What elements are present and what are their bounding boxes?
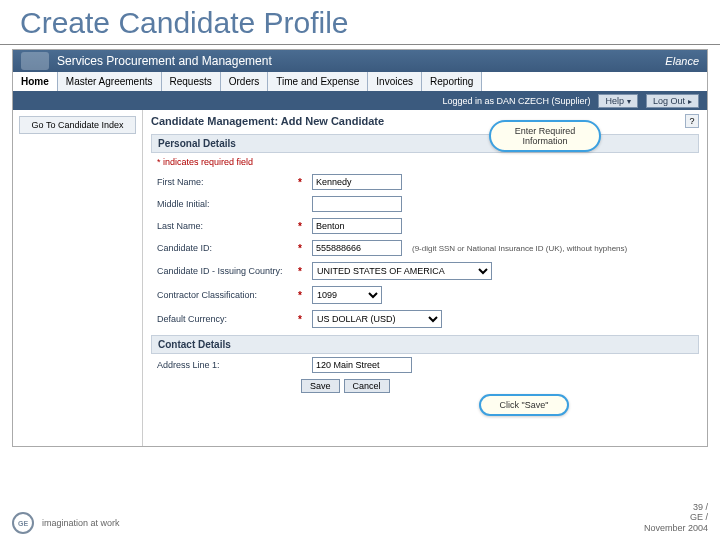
label-first-name: First Name: [157,177,292,187]
address1-input[interactable] [312,357,412,373]
logged-in-text: Logged in as DAN CZECH (Supplier) [442,96,590,106]
label-currency: Default Currency: [157,314,292,324]
brand-logo: Elance [665,55,699,67]
help-button[interactable]: Help▾ [598,94,638,108]
candidate-id-input[interactable] [312,240,402,256]
label-candidate-id: Candidate ID: [157,243,292,253]
asterisk-icon: * [298,221,306,232]
page-title: Candidate Management: Add New Candidate [151,115,384,127]
footer-org: GE / [644,512,708,523]
logout-button[interactable]: Log Out▸ [646,94,699,108]
main-panel: Candidate Management: Add New Candidate … [143,110,707,446]
cancel-button[interactable]: Cancel [344,379,390,393]
section-personal-details: Personal Details [151,134,699,153]
tab-orders[interactable]: Orders [221,72,269,91]
help-icon[interactable]: ? [685,114,699,128]
label-classification: Contractor Classification: [157,290,292,300]
sidebar-back-link[interactable]: Go To Candidate Index [19,116,136,134]
app-title: Services Procurement and Management [57,54,272,68]
save-button[interactable]: Save [301,379,340,393]
classification-select[interactable]: 1099 [312,286,382,304]
app-header: Services Procurement and Management Elan… [13,50,707,72]
header-graphic [21,52,49,70]
asterisk-icon: * [298,243,306,254]
tab-home[interactable]: Home [13,72,58,91]
middle-initial-input[interactable] [312,196,402,212]
app-window: Services Procurement and Management Elan… [12,49,708,447]
asterisk-icon: * [298,290,306,301]
ge-logo-icon: GE [12,512,34,534]
nav-tabs: Home Master Agreements Requests Orders T… [13,72,707,92]
callout-enter-info: Enter Required Information [489,120,601,152]
candidate-id-hint: (9-digit SSN or National Insurance ID (U… [412,244,627,253]
asterisk-icon: * [298,314,306,325]
footer-page: 39 / [644,502,708,513]
sidebar: Go To Candidate Index [13,110,143,446]
issuing-country-select[interactable]: UNITED STATES OF AMERICA [312,262,492,280]
slide-title: Create Candidate Profile [0,0,720,45]
callout-click-save: Click "Save" [479,394,569,416]
label-last-name: Last Name: [157,221,292,231]
required-note: * indicates required field [151,153,699,171]
currency-select[interactable]: US DOLLAR (USD) [312,310,442,328]
tab-time-expense[interactable]: Time and Expense [268,72,368,91]
last-name-input[interactable] [312,218,402,234]
asterisk-icon: * [298,177,306,188]
footer-date: November 2004 [644,523,708,534]
footer-tagline: imagination at work [42,518,120,528]
tab-requests[interactable]: Requests [162,72,221,91]
section-contact-details: Contact Details [151,335,699,354]
tab-invoices[interactable]: Invoices [368,72,422,91]
label-middle-initial: Middle Initial: [157,199,292,209]
chevron-down-icon: ▾ [627,97,631,106]
label-issuing-country: Candidate ID - Issuing Country: [157,266,292,276]
label-address1: Address Line 1: [157,360,292,370]
chevron-right-icon: ▸ [688,97,692,106]
slide-footer: GE imagination at work 39 / GE / Novembe… [12,502,708,534]
asterisk-icon: * [298,266,306,277]
first-name-input[interactable] [312,174,402,190]
sub-bar: Logged in as DAN CZECH (Supplier) Help▾ … [13,92,707,110]
content-area: Go To Candidate Index Candidate Manageme… [13,110,707,446]
tab-reporting[interactable]: Reporting [422,72,482,91]
tab-master-agreements[interactable]: Master Agreements [58,72,162,91]
